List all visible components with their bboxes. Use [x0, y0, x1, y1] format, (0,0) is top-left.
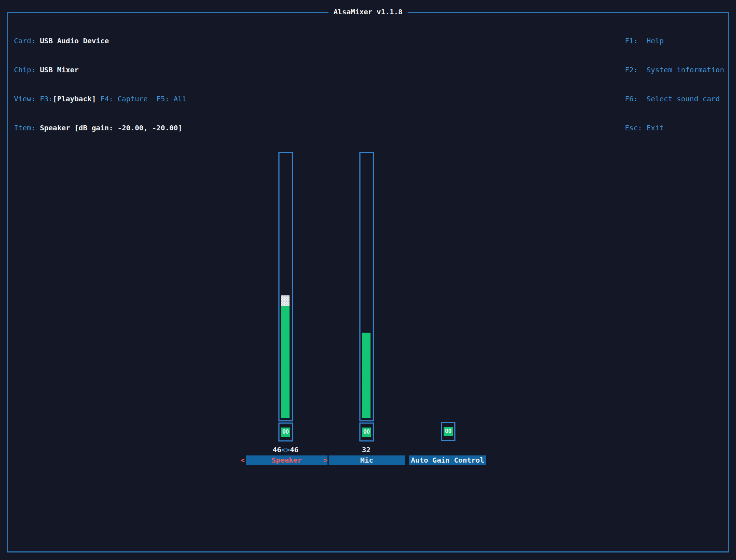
help-key-esc: Esc: [625, 123, 646, 133]
view-line: View:F3:[Playback]F4: Capture F5: All [14, 94, 187, 104]
card-label: Card: [14, 36, 40, 46]
mic-label-text: Mic [360, 456, 373, 464]
speaker-mute-switch[interactable]: OO [278, 423, 293, 441]
speaker-mute-state: OO [281, 428, 290, 437]
view-f3-key[interactable]: F3: [40, 95, 53, 103]
help-label-f2: System information [646, 66, 724, 74]
help-item-f1: F1:Help [625, 36, 724, 46]
selected-right-arrow-icon: > [323, 455, 328, 465]
item-value: Speaker [dB gain: -20.00, -20.00] [40, 124, 182, 132]
speaker-bar-fill [280, 295, 290, 418]
app-title: AlsaMixer v1.1.8 [329, 7, 408, 17]
mic-mute-state: OO [362, 428, 371, 437]
chip-value: USB Mixer [40, 66, 78, 74]
help-key-f6: F6: [625, 94, 646, 104]
speaker-value-separator: <> [281, 445, 290, 454]
speaker-label-text: Speaker [272, 456, 302, 464]
help-key-f1: F1: [625, 36, 646, 46]
mic-mute-switch[interactable]: OO [359, 423, 374, 441]
speaker-value-left: 46 [273, 445, 281, 454]
chip-label: Chip: [14, 65, 40, 75]
mic-volume-value: 32 [330, 445, 402, 455]
item-line: Item:Speaker [dB gain: -20.00, -20.00] [14, 123, 187, 133]
mic-volume-bar[interactable] [359, 152, 374, 421]
view-label: View: [14, 94, 40, 104]
help-item-f2: F2:System information [625, 65, 724, 75]
card-line: Card:USB Audio Device [14, 36, 187, 46]
agc-label-text: Auto Gain Control [411, 456, 484, 464]
agc-toggle-switch[interactable]: OO [441, 422, 455, 441]
speaker-volume-value: 46<>46 [250, 445, 321, 455]
header-info: Card:USB Audio Device Chip:USB Mixer Vie… [14, 17, 187, 143]
help-item-esc: Esc:Exit [625, 123, 724, 133]
channel-label-auto-gain-control[interactable]: Auto Gain Control [409, 455, 486, 465]
help-key-f2: F2: [625, 65, 646, 75]
agc-toggle-state: OO [444, 427, 453, 436]
help-label-f6: Select sound card [646, 95, 720, 103]
help-menu: F1:Help F2:System information F6:Select … [625, 17, 724, 143]
mic-bar-fill-green [362, 333, 371, 418]
help-label-esc: Exit [646, 124, 664, 132]
speaker-volume-bar[interactable] [278, 152, 293, 421]
view-active-mode: [Playback] [53, 95, 96, 103]
help-item-f6: F6:Select sound card [625, 94, 724, 104]
card-value: USB Audio Device [40, 37, 109, 45]
help-label-f1: Help [646, 37, 664, 45]
channel-label-mic[interactable]: Mic [329, 455, 405, 465]
channel-label-speaker[interactable]: Speaker [246, 455, 328, 465]
chip-line: Chip:USB Mixer [14, 65, 187, 75]
selected-left-arrow-icon: < [240, 455, 245, 465]
speaker-bar-fill-green [281, 306, 290, 418]
mic-bar-fill [361, 333, 371, 418]
item-label: Item: [14, 123, 40, 133]
speaker-bar-fill-white [281, 295, 290, 306]
view-other-modes[interactable]: F4: Capture F5: All [100, 95, 187, 103]
speaker-value-right: 46 [290, 445, 298, 454]
